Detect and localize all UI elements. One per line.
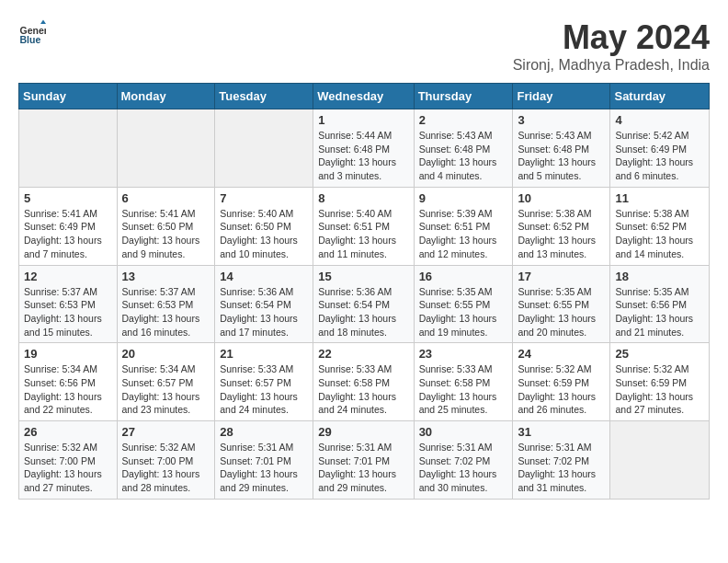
calendar-table: SundayMondayTuesdayWednesdayThursdayFrid… xyxy=(18,83,710,500)
calendar-week-row: 19Sunrise: 5:34 AM Sunset: 6:56 PM Dayli… xyxy=(19,343,710,421)
day-number: 4 xyxy=(615,113,704,127)
day-info: Sunrise: 5:35 AM Sunset: 6:55 PM Dayligh… xyxy=(419,285,508,339)
calendar-week-row: 26Sunrise: 5:32 AM Sunset: 7:00 PM Dayli… xyxy=(19,421,710,500)
day-number: 8 xyxy=(318,191,408,205)
calendar-cell xyxy=(610,421,710,500)
day-number: 15 xyxy=(318,270,408,283)
calendar-cell: 11Sunrise: 5:38 AM Sunset: 6:52 PM Dayli… xyxy=(610,187,710,265)
day-info: Sunrise: 5:33 AM Sunset: 6:58 PM Dayligh… xyxy=(419,362,508,417)
day-number: 9 xyxy=(419,191,508,205)
day-number: 29 xyxy=(318,425,408,439)
day-info: Sunrise: 5:37 AM Sunset: 6:53 PM Dayligh… xyxy=(122,285,210,339)
day-info: Sunrise: 5:36 AM Sunset: 6:54 PM Dayligh… xyxy=(318,285,408,339)
calendar-cell: 2Sunrise: 5:43 AM Sunset: 6:48 PM Daylig… xyxy=(414,109,513,188)
calendar-cell: 13Sunrise: 5:37 AM Sunset: 6:53 PM Dayli… xyxy=(117,265,215,343)
calendar-cell: 24Sunrise: 5:32 AM Sunset: 6:59 PM Dayli… xyxy=(513,343,610,421)
day-info: Sunrise: 5:32 AM Sunset: 6:59 PM Dayligh… xyxy=(518,362,605,417)
day-header-tuesday: Tuesday xyxy=(215,84,313,109)
day-info: Sunrise: 5:43 AM Sunset: 6:48 PM Dayligh… xyxy=(518,129,605,183)
day-number: 24 xyxy=(518,347,605,361)
day-header-monday: Monday xyxy=(117,84,215,109)
day-number: 5 xyxy=(24,191,112,205)
day-number: 3 xyxy=(518,113,605,127)
day-number: 11 xyxy=(615,191,704,205)
day-number: 30 xyxy=(419,425,508,439)
calendar-cell: 27Sunrise: 5:32 AM Sunset: 7:00 PM Dayli… xyxy=(117,421,215,500)
day-header-friday: Friday xyxy=(513,84,610,109)
day-number: 16 xyxy=(419,270,508,283)
day-info: Sunrise: 5:36 AM Sunset: 6:54 PM Dayligh… xyxy=(220,285,308,339)
page-subtitle: Sironj, Madhya Pradesh, India xyxy=(513,57,710,74)
calendar-cell: 1Sunrise: 5:44 AM Sunset: 6:48 PM Daylig… xyxy=(313,109,414,188)
calendar-cell: 4Sunrise: 5:42 AM Sunset: 6:49 PM Daylig… xyxy=(610,109,710,188)
day-info: Sunrise: 5:31 AM Sunset: 7:01 PM Dayligh… xyxy=(220,441,308,495)
calendar-cell: 19Sunrise: 5:34 AM Sunset: 6:56 PM Dayli… xyxy=(19,343,118,421)
calendar-cell: 21Sunrise: 5:33 AM Sunset: 6:57 PM Dayli… xyxy=(215,343,313,421)
day-header-saturday: Saturday xyxy=(610,84,710,109)
calendar-week-row: 12Sunrise: 5:37 AM Sunset: 6:53 PM Dayli… xyxy=(19,265,710,343)
day-number: 12 xyxy=(24,270,112,283)
day-number: 1 xyxy=(318,113,408,127)
day-info: Sunrise: 5:33 AM Sunset: 6:57 PM Dayligh… xyxy=(220,362,308,417)
day-number: 19 xyxy=(24,347,112,361)
day-info: Sunrise: 5:31 AM Sunset: 7:02 PM Dayligh… xyxy=(518,441,605,495)
day-info: Sunrise: 5:37 AM Sunset: 6:53 PM Dayligh… xyxy=(24,285,112,339)
page-title: May 2024 xyxy=(513,18,710,57)
day-info: Sunrise: 5:40 AM Sunset: 6:51 PM Dayligh… xyxy=(318,207,408,261)
day-info: Sunrise: 5:38 AM Sunset: 6:52 PM Dayligh… xyxy=(615,207,704,261)
calendar-cell xyxy=(19,109,118,188)
day-header-sunday: Sunday xyxy=(19,84,118,109)
calendar-cell xyxy=(215,109,313,188)
calendar-cell: 22Sunrise: 5:33 AM Sunset: 6:58 PM Dayli… xyxy=(313,343,414,421)
day-number: 2 xyxy=(419,113,508,127)
day-number: 27 xyxy=(122,425,210,439)
day-info: Sunrise: 5:32 AM Sunset: 7:00 PM Dayligh… xyxy=(122,441,210,495)
calendar-cell: 26Sunrise: 5:32 AM Sunset: 7:00 PM Dayli… xyxy=(19,421,118,500)
logo: General Blue xyxy=(18,18,46,46)
calendar-cell: 18Sunrise: 5:35 AM Sunset: 6:56 PM Dayli… xyxy=(610,265,710,343)
day-info: Sunrise: 5:33 AM Sunset: 6:58 PM Dayligh… xyxy=(318,362,408,417)
day-info: Sunrise: 5:35 AM Sunset: 6:56 PM Dayligh… xyxy=(615,285,704,339)
calendar-cell: 3Sunrise: 5:43 AM Sunset: 6:48 PM Daylig… xyxy=(513,109,610,188)
day-info: Sunrise: 5:39 AM Sunset: 6:51 PM Dayligh… xyxy=(419,207,508,261)
day-info: Sunrise: 5:43 AM Sunset: 6:48 PM Dayligh… xyxy=(419,129,508,183)
day-info: Sunrise: 5:32 AM Sunset: 6:59 PM Dayligh… xyxy=(615,362,704,417)
calendar-cell: 23Sunrise: 5:33 AM Sunset: 6:58 PM Dayli… xyxy=(414,343,513,421)
day-info: Sunrise: 5:32 AM Sunset: 7:00 PM Dayligh… xyxy=(24,441,112,495)
day-info: Sunrise: 5:38 AM Sunset: 6:52 PM Dayligh… xyxy=(518,207,605,261)
day-number: 25 xyxy=(615,347,704,361)
calendar-cell: 10Sunrise: 5:38 AM Sunset: 6:52 PM Dayli… xyxy=(513,187,610,265)
calendar-cell: 5Sunrise: 5:41 AM Sunset: 6:49 PM Daylig… xyxy=(19,187,118,265)
day-number: 18 xyxy=(615,270,704,283)
day-number: 28 xyxy=(220,425,308,439)
day-info: Sunrise: 5:42 AM Sunset: 6:49 PM Dayligh… xyxy=(615,129,704,183)
day-number: 17 xyxy=(518,270,605,283)
day-info: Sunrise: 5:31 AM Sunset: 7:01 PM Dayligh… xyxy=(318,441,408,495)
calendar-cell: 31Sunrise: 5:31 AM Sunset: 7:02 PM Dayli… xyxy=(513,421,610,500)
title-section: May 2024 Sironj, Madhya Pradesh, India xyxy=(513,18,710,74)
day-number: 31 xyxy=(518,425,605,439)
calendar-cell: 8Sunrise: 5:40 AM Sunset: 6:51 PM Daylig… xyxy=(313,187,414,265)
day-info: Sunrise: 5:44 AM Sunset: 6:48 PM Dayligh… xyxy=(318,129,408,183)
day-info: Sunrise: 5:35 AM Sunset: 6:55 PM Dayligh… xyxy=(518,285,605,339)
calendar-cell: 9Sunrise: 5:39 AM Sunset: 6:51 PM Daylig… xyxy=(414,187,513,265)
calendar-cell: 14Sunrise: 5:36 AM Sunset: 6:54 PM Dayli… xyxy=(215,265,313,343)
calendar-week-row: 5Sunrise: 5:41 AM Sunset: 6:49 PM Daylig… xyxy=(19,187,710,265)
calendar-cell: 12Sunrise: 5:37 AM Sunset: 6:53 PM Dayli… xyxy=(19,265,118,343)
calendar-cell xyxy=(117,109,215,188)
svg-text:Blue: Blue xyxy=(20,34,41,45)
day-number: 21 xyxy=(220,347,308,361)
calendar-cell: 28Sunrise: 5:31 AM Sunset: 7:01 PM Dayli… xyxy=(215,421,313,500)
day-number: 14 xyxy=(220,270,308,283)
day-number: 20 xyxy=(122,347,210,361)
calendar-cell: 20Sunrise: 5:34 AM Sunset: 6:57 PM Dayli… xyxy=(117,343,215,421)
day-info: Sunrise: 5:34 AM Sunset: 6:56 PM Dayligh… xyxy=(24,362,112,417)
day-info: Sunrise: 5:41 AM Sunset: 6:49 PM Dayligh… xyxy=(24,207,112,261)
day-info: Sunrise: 5:34 AM Sunset: 6:57 PM Dayligh… xyxy=(122,362,210,417)
calendar-week-row: 1Sunrise: 5:44 AM Sunset: 6:48 PM Daylig… xyxy=(19,109,710,188)
calendar-cell: 30Sunrise: 5:31 AM Sunset: 7:02 PM Dayli… xyxy=(414,421,513,500)
calendar-cell: 15Sunrise: 5:36 AM Sunset: 6:54 PM Dayli… xyxy=(313,265,414,343)
day-number: 13 xyxy=(122,270,210,283)
day-info: Sunrise: 5:31 AM Sunset: 7:02 PM Dayligh… xyxy=(419,441,508,495)
logo-icon: General Blue xyxy=(18,18,46,46)
